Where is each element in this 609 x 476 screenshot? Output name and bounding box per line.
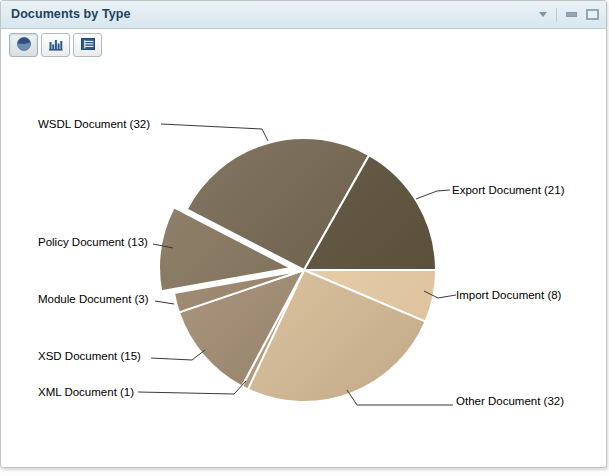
label-policy-document: Policy Document (13) [38,236,148,248]
table-view-icon [80,36,96,55]
pie-chart-canvas: WSDL Document (32) Policy Document (13) … [1,1,606,467]
label-xsd-document: XSD Document (15) [38,350,141,362]
window-controls [539,1,599,28]
leader-line-xsd [151,350,205,360]
pie-view-button[interactable] [9,33,38,57]
bar-chart-icon [48,36,64,55]
panel-titlebar: Documents by Type [1,1,606,29]
chart-toolbar [1,29,606,61]
label-module-document: Module Document (3) [38,293,149,305]
minimize-icon[interactable] [566,12,577,17]
label-other-document: Other Document (32) [456,395,564,407]
leader-line-module [155,301,174,304]
label-export-document: Export Document (21) [452,184,565,196]
documents-by-type-panel: WSDL Document (32) Policy Document (13) … [0,0,607,468]
label-import-document: Import Document (8) [456,289,562,301]
label-xml-document: XML Document (1) [38,386,134,398]
leader-line-other [347,390,453,405]
label-wsdl-document: WSDL Document (32) [38,118,150,130]
bar-view-button[interactable] [41,33,70,57]
maximize-icon[interactable] [586,9,599,20]
dropdown-arrow-icon[interactable] [539,12,547,17]
panel-title: Documents by Type [11,7,131,21]
pie-slices [159,138,436,402]
leader-line-export [416,190,450,199]
pie-chart-icon [16,36,32,55]
leader-line-xml [138,381,246,394]
controls-divider [556,8,557,22]
leader-line-wsdl [161,124,268,141]
table-view-button[interactable] [73,33,102,57]
